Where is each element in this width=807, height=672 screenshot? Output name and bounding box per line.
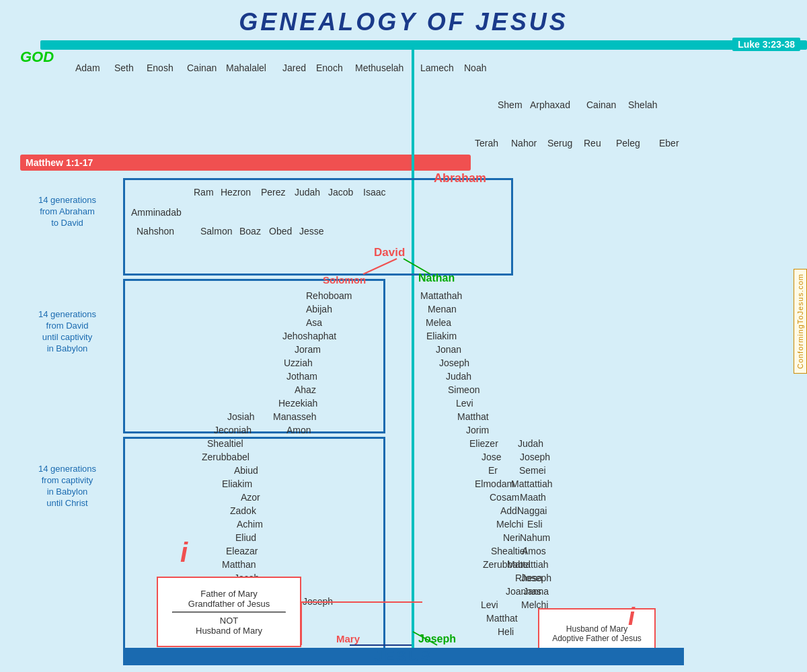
name-obed: Obed bbox=[269, 226, 292, 237]
name-zerubbabel1: Zerubbabel bbox=[202, 452, 249, 462]
name-melchi1: Melchi bbox=[496, 519, 523, 530]
name-jonan: Jonan bbox=[436, 344, 461, 355]
name-serug: Serug bbox=[547, 138, 572, 149]
name-levi2: Levi bbox=[481, 599, 498, 610]
name-matthat2: Matthat bbox=[486, 613, 518, 624]
name-cosam: Cosam bbox=[490, 492, 519, 503]
connecting-lines bbox=[0, 0, 807, 672]
name-simeon: Simeon bbox=[448, 384, 479, 395]
name-eleazar: Eleazar bbox=[226, 546, 258, 556]
name-eliakim1: Eliakim bbox=[222, 478, 252, 489]
name-amos: Amos bbox=[522, 546, 546, 556]
name-lamech: Lamech bbox=[420, 62, 454, 73]
name-methuselah: Methuselah bbox=[355, 62, 404, 73]
name-esli: Esli bbox=[527, 519, 543, 530]
name-menan: Menan bbox=[428, 304, 457, 314]
name-mattathiah1: Mattattiah bbox=[511, 478, 552, 489]
name-seth: Seth bbox=[114, 62, 134, 73]
gen-label-3: 14 generationsfrom captivityin Babylonun… bbox=[20, 464, 114, 509]
info-icon-left: i bbox=[180, 538, 188, 568]
name-mary: Mary bbox=[336, 633, 360, 644]
info-icon-right: i bbox=[628, 603, 635, 631]
matthew-label: Matthew 1:1-17 bbox=[26, 157, 93, 168]
name-shealtiel1: Shealtiel bbox=[207, 438, 243, 449]
name-hezekiah: Hezekiah bbox=[278, 398, 317, 409]
name-joseph-luke: Joseph bbox=[418, 633, 456, 645]
name-noah: Noah bbox=[464, 62, 486, 73]
name-addi: Addi bbox=[500, 505, 519, 516]
name-judah: Judah bbox=[295, 187, 320, 198]
name-abijah: Abijah bbox=[306, 304, 332, 314]
name-azor: Azor bbox=[241, 492, 260, 503]
father-mary-line1: Father of Mary bbox=[200, 589, 258, 599]
name-cainan2: Cainan bbox=[586, 99, 616, 110]
name-semei: Semei bbox=[519, 465, 546, 476]
name-joseph1: Joseph bbox=[439, 358, 469, 368]
name-eliud: Eliud bbox=[235, 532, 256, 543]
name-jotham: Jotham bbox=[286, 371, 317, 382]
name-salmon: Salmon bbox=[200, 226, 232, 237]
name-maath: Maath bbox=[520, 492, 546, 503]
name-joseph3: Joseph bbox=[521, 573, 551, 583]
name-mattathah: Mattathah bbox=[420, 290, 462, 301]
name-jared: Jared bbox=[282, 62, 306, 73]
gen-label-2: 14 generationsfrom Daviduntil captivityi… bbox=[20, 309, 114, 355]
name-jacob: Jacob bbox=[328, 187, 353, 198]
name-mahalalel: Mahalalel bbox=[226, 62, 266, 73]
name-heli: Heli bbox=[498, 626, 514, 637]
name-terah: Terah bbox=[475, 138, 498, 149]
name-achim: Achim bbox=[237, 519, 263, 530]
name-manasseh: Manasseh bbox=[273, 411, 317, 422]
name-reu: Reu bbox=[584, 138, 601, 149]
name-mattathiah2: Mattattiah bbox=[507, 559, 548, 570]
name-solomon: Solomon bbox=[323, 274, 366, 286]
name-peleg: Peleg bbox=[616, 138, 640, 149]
name-jehoshaphat: Jehoshaphat bbox=[282, 331, 336, 341]
gen-label-1: 14 generationsfrom Abrahamto David bbox=[20, 195, 114, 229]
name-ram: Ram bbox=[194, 187, 214, 198]
joseph-connector bbox=[301, 601, 422, 603]
name-naggai: Naggai bbox=[517, 505, 547, 516]
luke-genealogy-line bbox=[412, 40, 414, 652]
name-cainan1: Cainan bbox=[187, 62, 217, 73]
name-nahum: Nahum bbox=[520, 532, 550, 543]
name-rehoboam: Rehoboam bbox=[306, 290, 352, 301]
father-mary-line2: Grandfather of Jesus bbox=[188, 599, 270, 609]
name-levi1: Levi bbox=[456, 398, 473, 409]
name-judah2: Judah bbox=[446, 371, 471, 382]
name-jesse: Jesse bbox=[299, 226, 324, 237]
name-neri: Neri bbox=[503, 532, 521, 543]
name-jeconiah: Jeconiah bbox=[214, 425, 252, 435]
name-joram: Joram bbox=[295, 344, 321, 355]
name-eliakim2: Eliakim bbox=[426, 331, 457, 341]
name-shelah: Shelah bbox=[628, 99, 658, 110]
father-mary-line4: Husband of Mary bbox=[196, 626, 262, 636]
name-judah3: Judah bbox=[518, 438, 543, 449]
name-nahor: Nahor bbox=[511, 138, 537, 149]
name-hezron: Hezron bbox=[221, 187, 251, 198]
matthew-bar: Matthew 1:1-17 bbox=[20, 155, 471, 171]
name-perez: Perez bbox=[261, 187, 286, 198]
name-joseph2: Joseph bbox=[520, 452, 550, 462]
page-title: GENEALOGY OF JESUS bbox=[0, 0, 807, 36]
name-nahshon: Nahshon bbox=[137, 226, 174, 237]
name-amminadab: Amminadab bbox=[131, 207, 182, 218]
name-josiah: Josiah bbox=[227, 411, 254, 422]
name-arphaxad: Arphaxad bbox=[530, 99, 570, 110]
name-enoch: Enoch bbox=[316, 62, 343, 73]
watermark: ConformingToJesus.com bbox=[794, 269, 807, 374]
teal-bar bbox=[40, 40, 807, 50]
name-asa: Asa bbox=[306, 317, 322, 328]
name-jose: Jose bbox=[482, 452, 502, 462]
husband-mary-line2: Adoptive Father of Jesus bbox=[552, 634, 642, 643]
father-mary-line3: NOT bbox=[220, 616, 238, 626]
name-ahaz: Ahaz bbox=[295, 384, 316, 395]
name-adam: Adam bbox=[75, 62, 100, 73]
name-boaz: Boaz bbox=[239, 226, 261, 237]
name-david: David bbox=[374, 246, 405, 259]
name-isaac: Isaac bbox=[363, 187, 385, 198]
god-label: GOD bbox=[20, 48, 54, 66]
name-matthat1: Matthat bbox=[457, 411, 489, 422]
name-eliezer: Eliezer bbox=[469, 438, 498, 449]
box-father-mary: Father of Mary Grandfather of Jesus NOT … bbox=[157, 577, 301, 647]
